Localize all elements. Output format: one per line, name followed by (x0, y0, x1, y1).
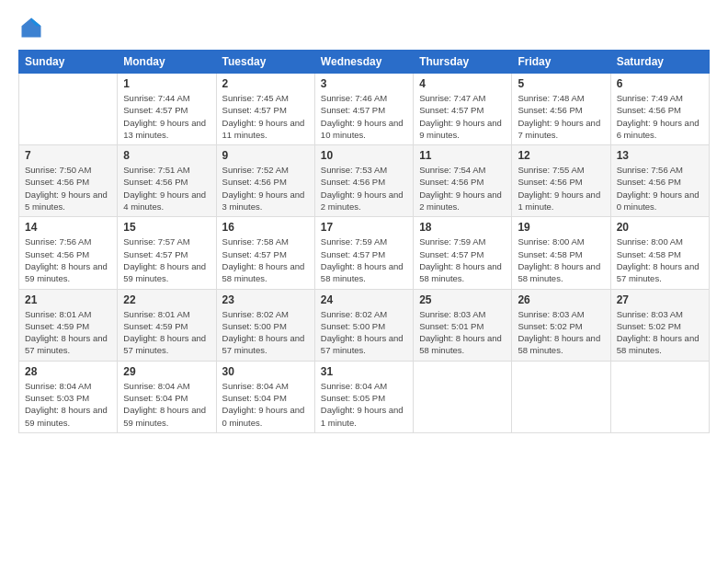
day-info: Sunrise: 8:04 AMSunset: 5:03 PMDaylight:… (25, 380, 111, 429)
day-number: 15 (123, 221, 210, 234)
calendar-table: SundayMondayTuesdayWednesdayThursdayFrid… (18, 50, 710, 433)
day-info: Sunrise: 8:04 AMSunset: 5:05 PMDaylight:… (321, 380, 407, 429)
day-number: 23 (222, 293, 309, 306)
week-row-4: 28Sunrise: 8:04 AMSunset: 5:03 PMDayligh… (19, 361, 710, 432)
day-cell: 13Sunrise: 7:56 AMSunset: 4:56 PMDayligh… (610, 145, 709, 217)
day-number: 6 (617, 77, 703, 90)
day-info: Sunrise: 7:47 AMSunset: 4:57 PMDaylight:… (419, 92, 506, 141)
day-cell: 3Sunrise: 7:46 AMSunset: 4:57 PMDaylight… (314, 74, 413, 145)
weekday-header-monday: Monday (118, 51, 216, 74)
day-cell: 30Sunrise: 8:04 AMSunset: 5:04 PMDayligh… (216, 361, 314, 432)
day-number: 9 (222, 149, 309, 162)
day-cell: 27Sunrise: 8:03 AMSunset: 5:02 PMDayligh… (610, 289, 709, 361)
day-number: 26 (518, 293, 604, 306)
day-cell: 6Sunrise: 7:49 AMSunset: 4:56 PMDaylight… (610, 74, 709, 145)
day-info: Sunrise: 7:59 AMSunset: 4:57 PMDaylight:… (419, 236, 506, 284)
day-number: 12 (518, 149, 604, 162)
day-cell: 9Sunrise: 7:52 AMSunset: 4:56 PMDaylight… (216, 145, 314, 217)
day-cell: 14Sunrise: 7:56 AMSunset: 4:56 PMDayligh… (19, 217, 118, 289)
day-info: Sunrise: 8:04 AMSunset: 5:04 PMDaylight:… (222, 380, 309, 429)
day-cell: 5Sunrise: 7:48 AMSunset: 4:56 PMDaylight… (512, 74, 610, 145)
page: SundayMondayTuesdayWednesdayThursdayFrid… (0, 0, 728, 563)
day-cell: 2Sunrise: 7:45 AMSunset: 4:57 PMDaylight… (216, 74, 314, 145)
day-info: Sunrise: 8:00 AMSunset: 4:58 PMDaylight:… (518, 236, 604, 284)
day-info: Sunrise: 7:56 AMSunset: 4:56 PMDaylight:… (25, 236, 111, 284)
day-info: Sunrise: 7:49 AMSunset: 4:56 PMDaylight:… (617, 92, 703, 141)
day-number: 28 (25, 365, 111, 378)
day-info: Sunrise: 7:59 AMSunset: 4:57 PMDaylight:… (321, 236, 407, 284)
day-info: Sunrise: 7:52 AMSunset: 4:56 PMDaylight:… (222, 164, 309, 213)
day-number: 1 (123, 77, 210, 90)
day-cell: 29Sunrise: 8:04 AMSunset: 5:04 PMDayligh… (118, 361, 216, 432)
day-number: 11 (419, 149, 506, 162)
day-info: Sunrise: 7:51 AMSunset: 4:56 PMDaylight:… (123, 164, 210, 213)
day-info: Sunrise: 8:02 AMSunset: 5:00 PMDaylight:… (222, 308, 309, 357)
day-number: 29 (123, 365, 210, 378)
day-info: Sunrise: 7:56 AMSunset: 4:56 PMDaylight:… (617, 164, 703, 213)
day-info: Sunrise: 8:02 AMSunset: 5:00 PMDaylight:… (321, 308, 407, 357)
day-number: 17 (321, 221, 407, 234)
day-number: 18 (419, 221, 506, 234)
day-number: 25 (419, 293, 506, 306)
day-cell: 28Sunrise: 8:04 AMSunset: 5:03 PMDayligh… (19, 361, 118, 432)
weekday-header-friday: Friday (512, 51, 610, 74)
day-cell: 15Sunrise: 7:57 AMSunset: 4:57 PMDayligh… (118, 217, 216, 289)
day-cell (610, 361, 709, 432)
day-cell: 12Sunrise: 7:55 AMSunset: 4:56 PMDayligh… (512, 145, 610, 217)
day-info: Sunrise: 8:04 AMSunset: 5:04 PMDaylight:… (123, 380, 210, 429)
day-cell (19, 74, 118, 145)
day-cell: 16Sunrise: 7:58 AMSunset: 4:57 PMDayligh… (216, 217, 314, 289)
day-cell: 26Sunrise: 8:03 AMSunset: 5:02 PMDayligh… (512, 289, 610, 361)
weekday-header-sunday: Sunday (19, 51, 118, 74)
day-number: 4 (419, 77, 506, 90)
day-cell: 31Sunrise: 8:04 AMSunset: 5:05 PMDayligh… (314, 361, 413, 432)
day-info: Sunrise: 7:58 AMSunset: 4:57 PMDaylight:… (222, 236, 309, 284)
logo (18, 15, 48, 40)
day-info: Sunrise: 7:48 AMSunset: 4:56 PMDaylight:… (518, 92, 604, 141)
week-row-0: 1Sunrise: 7:44 AMSunset: 4:57 PMDaylight… (19, 74, 710, 145)
day-cell (414, 361, 512, 432)
weekday-header-tuesday: Tuesday (216, 51, 314, 74)
day-info: Sunrise: 8:03 AMSunset: 5:01 PMDaylight:… (419, 308, 506, 357)
day-number: 2 (222, 77, 309, 90)
day-info: Sunrise: 8:01 AMSunset: 4:59 PMDaylight:… (123, 308, 210, 357)
day-number: 7 (25, 149, 111, 162)
day-info: Sunrise: 7:57 AMSunset: 4:57 PMDaylight:… (123, 236, 210, 284)
week-row-2: 14Sunrise: 7:56 AMSunset: 4:56 PMDayligh… (19, 217, 710, 289)
weekday-header-saturday: Saturday (610, 51, 709, 74)
day-cell: 22Sunrise: 8:01 AMSunset: 4:59 PMDayligh… (118, 289, 216, 361)
day-info: Sunrise: 7:46 AMSunset: 4:57 PMDaylight:… (321, 92, 407, 141)
day-cell (512, 361, 610, 432)
day-number: 30 (222, 365, 309, 378)
day-info: Sunrise: 7:54 AMSunset: 4:56 PMDaylight:… (419, 164, 506, 213)
day-cell: 18Sunrise: 7:59 AMSunset: 4:57 PMDayligh… (414, 217, 512, 289)
day-cell: 17Sunrise: 7:59 AMSunset: 4:57 PMDayligh… (314, 217, 413, 289)
logo-icon (18, 15, 44, 40)
day-info: Sunrise: 8:03 AMSunset: 5:02 PMDaylight:… (518, 308, 604, 357)
day-cell: 1Sunrise: 7:44 AMSunset: 4:57 PMDaylight… (118, 74, 216, 145)
day-cell: 21Sunrise: 8:01 AMSunset: 4:59 PMDayligh… (19, 289, 118, 361)
week-row-1: 7Sunrise: 7:50 AMSunset: 4:56 PMDaylight… (19, 145, 710, 217)
day-number: 31 (321, 365, 407, 378)
day-number: 10 (321, 149, 407, 162)
day-cell: 25Sunrise: 8:03 AMSunset: 5:01 PMDayligh… (414, 289, 512, 361)
day-number: 14 (25, 221, 111, 234)
day-cell: 20Sunrise: 8:00 AMSunset: 4:58 PMDayligh… (610, 217, 709, 289)
day-number: 13 (617, 149, 703, 162)
day-info: Sunrise: 7:45 AMSunset: 4:57 PMDaylight:… (222, 92, 309, 141)
day-number: 5 (518, 77, 604, 90)
day-cell: 11Sunrise: 7:54 AMSunset: 4:56 PMDayligh… (414, 145, 512, 217)
weekday-header-wednesday: Wednesday (314, 51, 413, 74)
day-number: 27 (617, 293, 703, 306)
day-cell: 4Sunrise: 7:47 AMSunset: 4:57 PMDaylight… (414, 74, 512, 145)
day-info: Sunrise: 8:00 AMSunset: 4:58 PMDaylight:… (617, 236, 703, 284)
day-cell: 7Sunrise: 7:50 AMSunset: 4:56 PMDaylight… (19, 145, 118, 217)
day-info: Sunrise: 8:03 AMSunset: 5:02 PMDaylight:… (617, 308, 703, 357)
day-cell: 8Sunrise: 7:51 AMSunset: 4:56 PMDaylight… (118, 145, 216, 217)
day-number: 20 (617, 221, 703, 234)
day-cell: 23Sunrise: 8:02 AMSunset: 5:00 PMDayligh… (216, 289, 314, 361)
day-info: Sunrise: 7:44 AMSunset: 4:57 PMDaylight:… (123, 92, 210, 141)
day-number: 19 (518, 221, 604, 234)
day-number: 22 (123, 293, 210, 306)
day-info: Sunrise: 7:50 AMSunset: 4:56 PMDaylight:… (25, 164, 111, 213)
